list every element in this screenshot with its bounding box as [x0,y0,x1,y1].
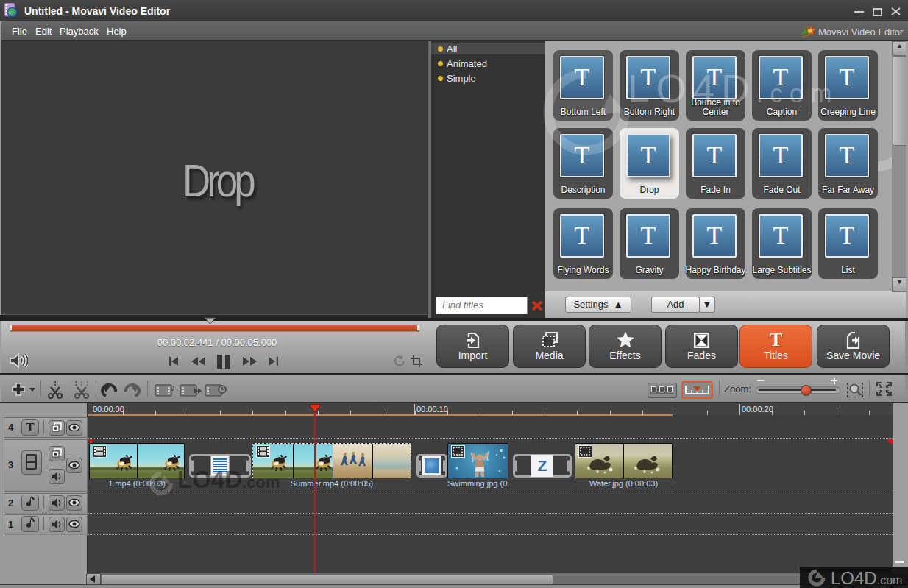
svg-text:♪: ♪ [171,382,176,393]
